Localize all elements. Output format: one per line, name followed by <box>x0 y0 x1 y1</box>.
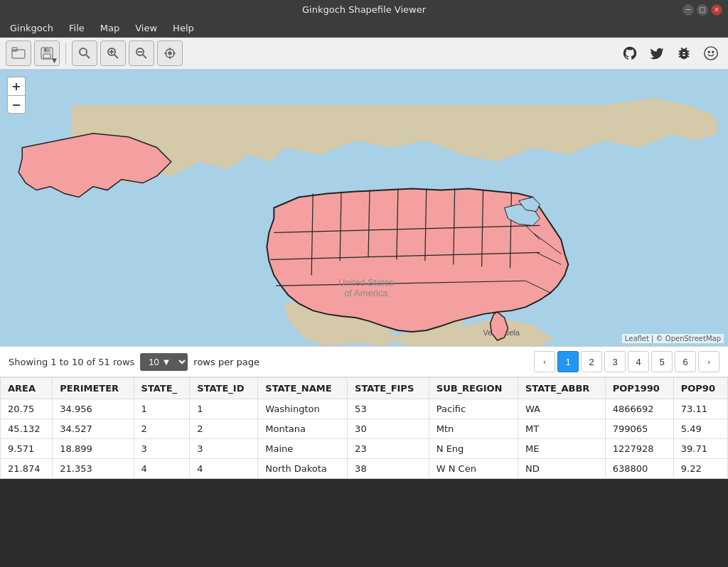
svg-rect-5 <box>43 54 50 58</box>
twitter-icon-button[interactable] <box>646 42 668 65</box>
menu-ginkgoch[interactable]: Ginkgoch <box>3 21 60 36</box>
cell-state-name-3: North Dakota <box>258 459 348 479</box>
page-4-button[interactable]: 4 <box>628 351 649 372</box>
toolbar-right-icons <box>619 42 722 65</box>
cell-area-3: 21.874 <box>1 459 53 479</box>
table-row: 9.571 18.899 3 3 Maine 23 N Eng ME 12279… <box>1 439 728 459</box>
cell-perimeter-0: 34.956 <box>53 399 134 419</box>
cell-area-2: 9.571 <box>1 439 53 459</box>
col-pop1990[interactable]: POP1990 <box>605 378 673 399</box>
menu-map[interactable]: Map <box>93 21 127 36</box>
map-container[interactable]: Venezuela <box>0 70 728 347</box>
cell-state-id-1: 2 <box>190 419 258 439</box>
bug-icon-button[interactable] <box>673 42 695 65</box>
page-3-button[interactable]: 3 <box>604 351 626 372</box>
rows-per-page-select[interactable]: 10 ▼ 25 50 <box>140 353 188 371</box>
svg-point-22 <box>705 47 717 60</box>
col-state-abbr[interactable]: STATE_ABBR <box>518 378 605 399</box>
window-title: Ginkgoch Shapefile Viewer <box>302 4 426 15</box>
svg-line-10 <box>114 55 118 58</box>
cell-state-abbr-0: WA <box>518 399 605 419</box>
cell-state--1: 2 <box>134 419 190 439</box>
cell-state-abbr-3: ND <box>518 459 605 479</box>
col-pop90[interactable]: POP90 <box>673 378 727 399</box>
menu-help[interactable]: Help <box>166 21 201 36</box>
svg-text:of America: of America <box>344 288 388 298</box>
cell-pop1990-3: 638800 <box>605 459 673 479</box>
cell-perimeter-2: 18.899 <box>53 439 134 459</box>
menubar: Ginkgoch File Map View Help <box>0 19 728 38</box>
zoom-in-map-button[interactable]: + <box>7 77 26 95</box>
cell-state-id-3: 4 <box>190 459 258 479</box>
svg-point-21 <box>168 52 171 55</box>
next-page-button[interactable]: › <box>698 351 719 372</box>
page-6-button[interactable]: 6 <box>675 351 696 372</box>
cell-state--2: 3 <box>134 439 190 459</box>
col-state-fips[interactable]: STATE_FIPS <box>348 378 429 399</box>
page-1-button[interactable]: 1 <box>557 351 579 372</box>
cell-state-id-0: 1 <box>190 399 258 419</box>
cell-state-name-1: Montana <box>258 419 348 439</box>
smiley-icon-button[interactable] <box>700 42 722 65</box>
zoom-in-button[interactable] <box>100 40 126 66</box>
col-sub-region[interactable]: SUB_REGION <box>429 378 518 399</box>
cell-pop1990-1: 799065 <box>605 419 673 439</box>
cell-state-fips-2: 23 <box>348 439 429 459</box>
titlebar: Ginkgoch Shapefile Viewer ─ □ ✕ <box>0 0 728 19</box>
table-row: 21.874 21.353 4 4 North Dakota 38 W N Ce… <box>1 459 728 479</box>
svg-text:United States: United States <box>338 277 394 288</box>
cell-pop90-0: 73.11 <box>673 399 727 419</box>
col-perimeter[interactable]: PERIMETER <box>53 378 134 399</box>
pagination-bar: Showing 1 to 10 of 51 rows 10 ▼ 25 50 ro… <box>0 347 728 377</box>
map-svg: Venezuela <box>0 70 728 346</box>
cell-pop90-1: 5.49 <box>673 419 727 439</box>
search-button[interactable] <box>72 40 97 66</box>
svg-point-23 <box>708 51 710 53</box>
minimize-button[interactable]: ─ <box>682 4 694 16</box>
menu-file[interactable]: File <box>62 21 92 36</box>
github-icon-button[interactable] <box>619 42 641 65</box>
page-5-button[interactable]: 5 <box>651 351 673 372</box>
save-file-button[interactable]: ▼ <box>34 40 60 66</box>
cell-pop1990-0: 4866692 <box>605 399 673 419</box>
svg-point-7 <box>80 48 87 55</box>
cell-pop1990-2: 1227928 <box>605 439 673 459</box>
toolbar-separator-1 <box>65 43 66 64</box>
table-row: 20.75 34.956 1 1 Washington 53 Pacific W… <box>1 399 728 419</box>
cell-state-fips-0: 53 <box>348 399 429 419</box>
cell-perimeter-1: 34.527 <box>53 419 134 439</box>
cell-sub-region-2: N Eng <box>429 439 518 459</box>
cell-area-0: 20.75 <box>1 399 53 419</box>
svg-rect-4 <box>43 48 50 53</box>
cell-state--0: 1 <box>134 399 190 419</box>
map-attribution: Leaflet | © OpenStreetMap <box>622 334 724 343</box>
window-controls: ─ □ ✕ <box>682 4 722 16</box>
svg-line-8 <box>86 55 90 58</box>
cell-state-id-2: 3 <box>190 439 258 459</box>
zoom-out-button[interactable] <box>129 40 154 66</box>
col-state-name[interactable]: STATE_NAME <box>258 378 348 399</box>
menu-view[interactable]: View <box>128 21 164 36</box>
svg-rect-6 <box>45 48 46 51</box>
locate-button[interactable] <box>157 40 183 66</box>
cell-pop90-3: 9.22 <box>673 459 727 479</box>
svg-line-14 <box>143 55 146 58</box>
cell-area-1: 45.132 <box>1 419 53 439</box>
page-2-button[interactable]: 2 <box>581 351 602 372</box>
cell-pop90-2: 39.71 <box>673 439 727 459</box>
cell-perimeter-3: 21.353 <box>53 459 134 479</box>
rows-info: Showing 1 to 10 of 51 rows <box>9 357 134 367</box>
col-area[interactable]: AREA <box>1 378 53 399</box>
cell-state-name-2: Maine <box>258 439 348 459</box>
close-button[interactable]: ✕ <box>711 4 722 16</box>
maximize-button[interactable]: □ <box>697 4 708 16</box>
zoom-out-map-button[interactable]: − <box>7 95 26 114</box>
map-zoom-controls: + − <box>7 77 26 114</box>
cell-sub-region-3: W N Cen <box>429 459 518 479</box>
cell-state-abbr-2: ME <box>518 439 605 459</box>
col-state-id[interactable]: STATE_ID <box>190 378 258 399</box>
cell-state-name-0: Washington <box>258 399 348 419</box>
prev-page-button[interactable]: ‹ <box>534 351 555 372</box>
col-state-[interactable]: STATE_ <box>134 378 190 399</box>
open-folder-button[interactable] <box>6 40 31 66</box>
